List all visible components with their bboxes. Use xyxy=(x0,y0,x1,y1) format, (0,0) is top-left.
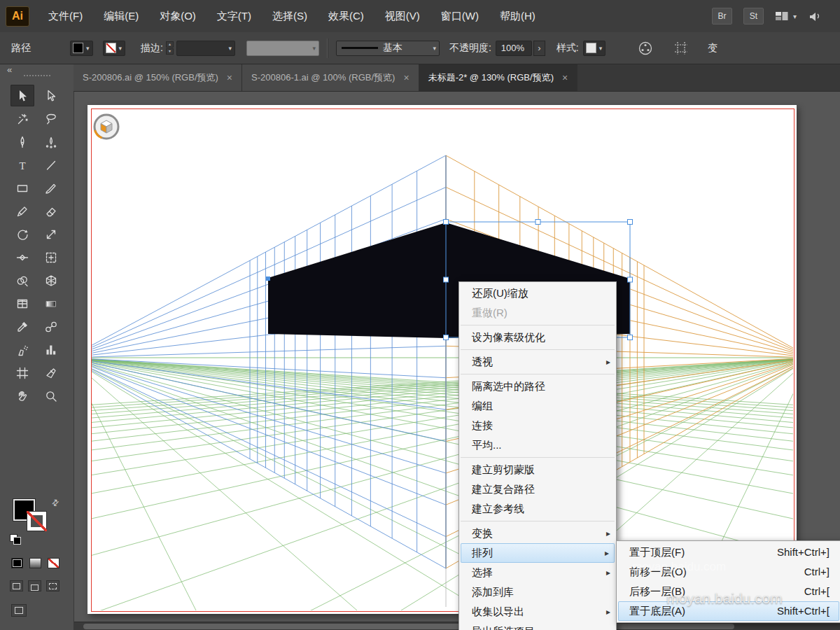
default-colors-icon[interactable] xyxy=(10,534,21,544)
gradient-tool[interactable] xyxy=(39,293,63,314)
curvature-tool[interactable] xyxy=(39,131,63,153)
context-menu-item[interactable]: 隔离选中的路径 xyxy=(459,377,616,396)
stroke-color-dropdown[interactable]: ▾ xyxy=(103,41,126,56)
free-transform-tool[interactable] xyxy=(39,246,63,268)
none-button[interactable] xyxy=(48,558,59,568)
menu-separator xyxy=(461,349,615,350)
submenu-item[interactable]: 置于底层(A)Shift+Ctrl+[ xyxy=(618,601,839,621)
pen-tool[interactable] xyxy=(10,131,34,153)
announcement-icon[interactable] xyxy=(808,10,822,22)
bridge-button[interactable]: Br xyxy=(712,8,732,24)
artboard-tool[interactable] xyxy=(10,362,34,384)
color-button[interactable] xyxy=(11,558,23,568)
tab-close-icon[interactable]: × xyxy=(403,72,409,83)
screen-mode-button[interactable] xyxy=(11,604,27,617)
blend-tool[interactable] xyxy=(39,316,63,337)
menu-item[interactable]: 窗口(W) xyxy=(430,0,489,32)
tab-close-icon[interactable]: × xyxy=(227,72,232,83)
stroke-weight-dropdown[interactable]: ▾ xyxy=(176,41,235,56)
stroke-style-dropdown[interactable]: 基本 ▾ xyxy=(336,41,440,56)
scrollbar-thumb[interactable] xyxy=(83,624,734,629)
context-menu-item[interactable]: 连接 xyxy=(459,416,616,435)
opacity-flyout-button[interactable]: › xyxy=(533,41,545,56)
chevron-down-icon: ▾ xyxy=(430,45,439,52)
type-tool[interactable]: T xyxy=(10,154,34,176)
context-menu-item[interactable]: 导出所选项目 xyxy=(459,622,616,630)
fill-swatch xyxy=(73,43,83,53)
rectangle-tool[interactable] xyxy=(10,177,34,199)
context-menu-item[interactable]: 设为像素级优化 xyxy=(459,328,616,347)
menu-item[interactable]: 效果(C) xyxy=(318,0,374,32)
column-graph-tool[interactable] xyxy=(39,339,63,360)
menu-item[interactable]: 编辑(E) xyxy=(93,0,149,32)
draw-normal-button[interactable] xyxy=(10,580,23,592)
perspective-grid-tool[interactable] xyxy=(39,270,63,291)
scale-tool[interactable] xyxy=(39,223,63,245)
context-menu-item[interactable]: 透视▸ xyxy=(459,352,616,372)
slice-tool[interactable] xyxy=(39,362,63,384)
draw-inside-button[interactable] xyxy=(46,580,59,592)
mesh-tool[interactable] xyxy=(10,293,34,314)
context-menu-item[interactable]: 还原(U)缩放 xyxy=(459,284,616,303)
context-menu-item[interactable]: 建立参考线 xyxy=(459,499,616,519)
magic-wand-tool[interactable] xyxy=(10,108,34,130)
pencil-tool[interactable] xyxy=(10,200,34,222)
recolor-artwork-icon[interactable] xyxy=(638,41,653,56)
swap-fill-stroke-icon[interactable]: ⇄ xyxy=(50,496,62,508)
hand-tool[interactable] xyxy=(10,385,34,407)
stock-button[interactable]: St xyxy=(743,8,764,24)
stepper-up-icon[interactable]: ▴ xyxy=(166,41,174,48)
gradient-button[interactable] xyxy=(29,558,41,568)
menu-item[interactable]: 文字(T) xyxy=(206,0,262,32)
symbol-sprayer-tool[interactable] xyxy=(10,339,34,360)
submenu-item[interactable]: 置于顶层(F)Shift+Ctrl+] xyxy=(617,542,840,562)
panel-grip[interactable] xyxy=(24,75,50,76)
context-menu-item[interactable]: 选择▸ xyxy=(459,563,616,582)
workspace-switcher[interactable]: ▾ xyxy=(775,10,797,22)
transform-label-clipped[interactable]: 变 xyxy=(708,42,718,55)
zoom-tool[interactable] xyxy=(39,385,63,407)
context-menu-item[interactable]: 变换▸ xyxy=(459,524,616,543)
opacity-input[interactable]: 100% xyxy=(496,41,532,56)
width-tool[interactable] xyxy=(10,246,34,268)
draw-behind-button[interactable] xyxy=(28,580,41,592)
tab-close-icon[interactable]: × xyxy=(562,72,568,83)
context-menu-item[interactable]: 建立剪切蒙版 xyxy=(459,460,616,479)
context-menu-item[interactable]: 收集以导出▸ xyxy=(459,602,616,622)
eraser-tool[interactable] xyxy=(39,200,63,222)
collapse-panel-icon[interactable]: « xyxy=(7,64,12,75)
document-setup-icon[interactable] xyxy=(674,41,688,55)
context-label: 路径 xyxy=(11,42,31,55)
direct-selection-tool[interactable] xyxy=(39,85,63,106)
fill-color-dropdown[interactable]: ▾ xyxy=(70,41,93,56)
style-dropdown[interactable]: ▾ xyxy=(583,41,606,56)
context-menu-item[interactable]: 编组 xyxy=(459,396,616,416)
menu-item[interactable]: 对象(O) xyxy=(149,0,206,32)
context-menu-item[interactable]: 平均... xyxy=(459,435,616,455)
line-segment-tool[interactable] xyxy=(39,154,63,176)
rotate-tool[interactable] xyxy=(10,223,34,245)
submenu-item[interactable]: 前移一层(O)Ctrl+] xyxy=(617,562,840,582)
context-menu-item[interactable]: 建立复合路径 xyxy=(459,479,616,499)
selection-tool[interactable] xyxy=(10,85,34,106)
lasso-tool[interactable] xyxy=(39,108,63,130)
stepper-down-icon[interactable]: ▾ xyxy=(166,48,174,55)
menu-item[interactable]: 帮助(H) xyxy=(489,0,546,32)
stroke-color-swatch[interactable] xyxy=(27,512,46,531)
paintbrush-tool[interactable] xyxy=(39,177,63,199)
submenu-item[interactable]: 后移一层(B)Ctrl+[ xyxy=(617,582,840,601)
eyedropper-tool[interactable] xyxy=(10,316,34,337)
app-logo[interactable]: Ai xyxy=(6,6,29,27)
stroke-weight-stepper[interactable]: ▴ ▾ xyxy=(166,41,174,55)
context-menu-item[interactable]: 添加到库 xyxy=(459,582,616,602)
menu-item[interactable]: 文件(F) xyxy=(38,0,93,32)
context-menu-item[interactable]: 排列▸ xyxy=(461,543,615,563)
perspective-grid-widget[interactable] xyxy=(91,111,122,142)
document-tab[interactable]: S-200806-1.ai @ 100% (RGB/预览)× xyxy=(242,64,419,91)
menu-item[interactable]: 视图(V) xyxy=(374,0,430,32)
slice-tool-icon xyxy=(44,366,58,380)
document-tab[interactable]: 未标题-2* @ 130% (RGB/预览)× xyxy=(419,64,578,91)
menu-item[interactable]: 选择(S) xyxy=(262,0,318,32)
document-tab[interactable]: S-200806.ai @ 150% (RGB/预览)× xyxy=(74,64,242,91)
shape-builder-tool[interactable] xyxy=(10,270,34,291)
